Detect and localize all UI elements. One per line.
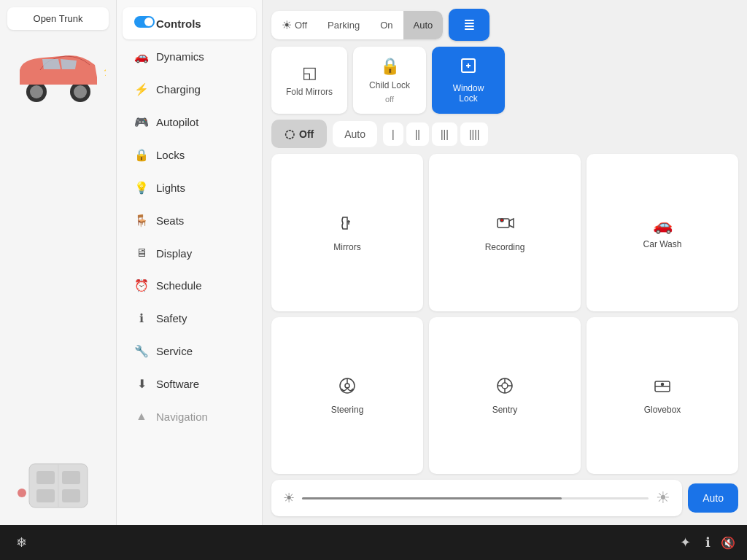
glovebox-icon (652, 376, 673, 400)
svg-rect-8 (36, 489, 55, 502)
steering-icon (337, 376, 357, 400)
svg-point-11 (18, 489, 26, 497)
brightness-row: ☀ ☀ Auto (271, 480, 738, 516)
taskbar-fan2-icon[interactable]: ✦ (676, 530, 695, 555)
headlights-on-button[interactable]: On (370, 11, 403, 39)
fan-icon: ◌ (285, 127, 295, 141)
sidebar-nav: Controls 🚗 Dynamics ⚡ Charging 🎮 Autopil… (117, 0, 263, 525)
taskbar-info-icon[interactable]: ℹ (701, 530, 715, 555)
taskbar-right: ✦ ℹ 🔇 (676, 530, 735, 555)
fan-auto-button[interactable]: Auto (333, 121, 377, 147)
car-illustration: ⚡ (11, 44, 106, 103)
main-content: ☀ Off Parking On Auto ≣ ◱ Fol (263, 0, 747, 525)
child-lock-button[interactable]: 🔒 Child Lock off (353, 47, 426, 114)
headlights-parking-button[interactable]: Parking (317, 11, 370, 39)
svg-point-27 (662, 384, 664, 386)
schedule-icon: ⏰ (134, 279, 149, 292)
brightness-auto-button[interactable]: Auto (688, 483, 738, 513)
bolt-icon: ⚡ (134, 82, 149, 96)
car-wash-button[interactable]: 🚗 Car Wash (587, 154, 738, 311)
nav-icon: ▲ (134, 410, 149, 423)
sidebar-item-navigation[interactable]: ▲ Navigation (123, 401, 256, 432)
window-lock-button[interactable]: Window Lock (432, 47, 505, 114)
safety-icon: ℹ (134, 311, 149, 325)
fold-mirrors-button[interactable]: ◱ Fold Mirrors (271, 47, 347, 114)
svg-point-1 (30, 85, 43, 98)
sidebar-item-safety[interactable]: ℹ Safety (123, 303, 256, 334)
svg-point-3 (74, 85, 87, 98)
car-bottom-diagram (15, 456, 102, 518)
wrench-icon: 🔧 (134, 344, 149, 358)
fan-speed-3-button[interactable]: ||| (432, 122, 457, 146)
fan-speed-2-button[interactable]: || (406, 122, 429, 146)
svg-rect-6 (36, 471, 55, 484)
toggle-icon (134, 16, 149, 31)
display-icon: 🖥 (134, 246, 149, 260)
sidebar-item-dynamics[interactable]: 🚗 Dynamics (123, 41, 256, 72)
headlights-auto-button[interactable]: Auto (403, 11, 444, 39)
high-beam-button[interactable]: ≣ (449, 9, 489, 41)
brightness-high-icon: ☀ (656, 489, 670, 508)
glovebox-button[interactable]: Glovebox (587, 317, 738, 475)
svg-rect-9 (62, 489, 80, 502)
car-icon: 🚗 (134, 50, 149, 63)
fan-row: ◌ Off Auto | || ||| |||| (271, 120, 738, 148)
sidebar-item-locks[interactable]: 🔒 Locks (123, 139, 256, 171)
car-panel: Open Trunk ⚡ (0, 0, 117, 525)
lights-icon: 💡 (134, 181, 149, 195)
sidebar-item-seats[interactable]: 🪑 Seats (123, 205, 256, 236)
sentry-icon (495, 376, 515, 400)
svg-rect-7 (62, 471, 80, 484)
download-icon: ⬇ (134, 377, 149, 391)
fan-off-button[interactable]: ◌ Off (271, 120, 327, 148)
headlights-group: ☀ Off Parking On Auto (271, 11, 443, 39)
recording-icon (495, 213, 515, 238)
brightness-icon: ☀ (283, 490, 295, 506)
fan-speed-1-button[interactable]: | (383, 122, 403, 146)
sidebar-item-charging[interactable]: ⚡ Charging (123, 74, 256, 105)
sidebar-item-autopilot[interactable]: 🎮 Autopilot (123, 106, 256, 138)
child-lock-icon: 🔒 (380, 57, 400, 76)
sidebar-item-service[interactable]: 🔧 Service (123, 335, 256, 367)
svg-point-20 (502, 383, 508, 389)
open-trunk-button[interactable]: Open Trunk (7, 7, 109, 30)
quick-controls-grid: Mirrors Recording 🚗 Car Wash (271, 154, 738, 474)
steering-button[interactable]: Steering (271, 317, 423, 475)
svg-text:⚡: ⚡ (102, 64, 106, 77)
car-wash-icon: 🚗 (653, 216, 673, 235)
sidebar-item-software[interactable]: ⬇ Software (123, 368, 256, 400)
taskbar-fan-icon[interactable]: ❄ (12, 530, 31, 555)
sidebar-item-controls[interactable]: Controls (123, 7, 256, 39)
sidebar-item-lights[interactable]: 💡 Lights (123, 172, 256, 203)
brightness-control: ☀ ☀ (271, 480, 682, 516)
mirrors-button[interactable]: Mirrors (271, 154, 423, 311)
sidebar-item-schedule[interactable]: ⏰ Schedule (123, 270, 256, 301)
mirror-icon: ◱ (302, 63, 317, 82)
steering-icon: 🎮 (134, 115, 149, 129)
lock-icon: 🔒 (134, 148, 149, 162)
brightness-track[interactable] (302, 497, 649, 499)
svg-marker-14 (509, 219, 514, 228)
fan-speed-group: | || ||| |||| (383, 122, 488, 146)
seat-icon: 🪑 (134, 214, 149, 228)
recording-button[interactable]: Recording (429, 154, 581, 311)
high-beam-icon: ≣ (463, 16, 476, 34)
fan-speed-4-button[interactable]: |||| (460, 122, 489, 146)
mirrors-locks-row: ◱ Fold Mirrors 🔒 Child Lock off Window L… (271, 47, 738, 114)
window-lock-icon (460, 57, 477, 79)
headlights-row: ☀ Off Parking On Auto ≣ (271, 9, 738, 41)
mirrors-icon (337, 213, 357, 238)
headlights-off-button[interactable]: ☀ Off (271, 11, 317, 39)
sentry-button[interactable]: Sentry (429, 317, 581, 475)
svg-point-15 (500, 219, 503, 222)
sidebar-item-display[interactable]: 🖥 Display (123, 238, 256, 268)
taskbar-mute-icon[interactable]: 🔇 (721, 536, 735, 550)
taskbar: ❄ ✦ ℹ 🔇 (0, 525, 747, 560)
brightness-fill (302, 497, 562, 499)
